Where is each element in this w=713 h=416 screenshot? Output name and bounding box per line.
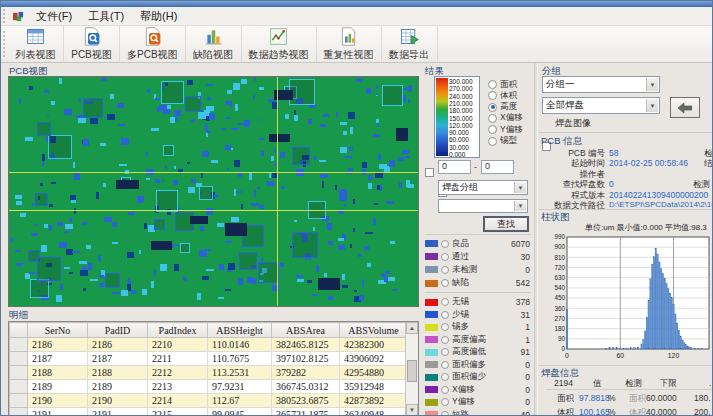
pad-metric-lower: 40.0000 — [646, 407, 677, 416]
pcb-component — [244, 120, 250, 127]
detail-table-scrollbar[interactable]: ▲ ▼ — [405, 322, 418, 416]
table-cell: 380523.6875 — [272, 394, 340, 408]
histogram-title: 柱状图 — [541, 211, 570, 224]
scale-tick-label: 30.000 — [449, 144, 479, 151]
table-column-header[interactable]: ABSArea — [272, 323, 340, 338]
panel-splitter[interactable] — [534, 63, 538, 416]
legend-row[interactable]: X偏移0 — [425, 384, 530, 395]
pcb-board-canvas[interactable] — [8, 76, 419, 307]
legend-row[interactable]: 通过30 — [425, 251, 530, 262]
legend-radio-icon — [441, 323, 449, 331]
metric-radio[interactable]: 高度 — [488, 102, 534, 113]
toolbar-button[interactable]: 数据导出 — [382, 26, 438, 62]
legend-row[interactable]: 良品6070 — [425, 238, 530, 249]
pcb-component — [368, 175, 372, 180]
toolbar-button[interactable]: 重复性视图 — [317, 26, 382, 62]
toolbar-button[interactable]: 列表视图 — [8, 26, 64, 62]
pcb-info-label: 数据文件路径 — [541, 200, 605, 212]
histogram-bar — [689, 347, 691, 349]
metric-radio[interactable]: 面积 — [488, 79, 534, 90]
find-button[interactable]: 查找 — [483, 216, 529, 232]
table-column-header[interactable]: SerNo — [28, 323, 88, 338]
pcb-component — [228, 263, 235, 270]
table-row[interactable]: 21892189221397.9231366745.031235912948 — [10, 380, 408, 394]
pcb-component — [367, 263, 371, 267]
radio-icon — [488, 80, 497, 89]
metric-radio[interactable]: 体积 — [488, 90, 534, 101]
pcb-component — [161, 81, 184, 104]
svg-text:360: 360 — [554, 305, 565, 312]
table-row[interactable]: 219021902214112.67380523.687542873892 — [10, 394, 408, 408]
pcb-component — [88, 263, 92, 270]
menu-item[interactable]: 文件(F) — [28, 7, 80, 26]
table-column-header[interactable]: PadIndex — [148, 323, 208, 338]
metric-radio[interactable]: 锡型 — [488, 136, 534, 147]
table-row[interactable]: 218721872211110.7675397102.812543906092 — [10, 352, 408, 366]
pcb-component — [373, 134, 380, 137]
menu-item[interactable]: 工具(T) — [80, 7, 132, 26]
legend-label: 高度偏低 — [452, 346, 486, 358]
secondary-filter-select[interactable]: ▼ — [438, 199, 528, 213]
toolbar-button[interactable]: 数据趋势视图 — [242, 26, 317, 62]
range-from-input[interactable]: 0 — [438, 160, 471, 174]
table-column-header[interactable]: ABSHeight — [208, 323, 272, 338]
legend-row[interactable]: 无锡378 — [425, 297, 530, 308]
pcb-component — [202, 151, 209, 157]
row-header-cell — [10, 338, 28, 352]
scale-tick-label: 90.000 — [449, 129, 479, 136]
legend-row[interactable]: 面积偏少0 — [425, 372, 530, 383]
pcb-component — [285, 114, 289, 119]
histogram-bar — [691, 348, 693, 349]
pcb-component — [254, 77, 256, 81]
legend-row[interactable]: 高度偏高1 — [425, 334, 530, 345]
pcb-component — [80, 270, 88, 276]
range-filter-checkbox[interactable] — [425, 168, 434, 177]
pcb-component — [73, 162, 75, 168]
radio-icon — [488, 91, 497, 100]
legend-row[interactable]: Y偏移0 — [425, 397, 530, 408]
toolbar-button[interactable]: PCB视图 — [64, 26, 120, 62]
range-to-input[interactable]: 0 — [481, 160, 514, 174]
table-cell: 382465.8125 — [272, 338, 340, 352]
pcb-component — [200, 226, 204, 231]
prev-pad-button[interactable] — [670, 97, 700, 118]
pcb-component — [173, 180, 178, 185]
legend-row[interactable]: 少锡31 — [425, 309, 530, 320]
pcb-component — [175, 117, 178, 121]
menu-item[interactable]: 帮助(H) — [132, 7, 185, 26]
table-column-header[interactable]: PadID — [88, 323, 148, 338]
pad-metric-lower: 60.0000 — [646, 393, 677, 403]
svg-text:540: 540 — [554, 284, 565, 291]
toolbar-button[interactable]: 多PCB视图 — [120, 26, 186, 62]
metric-radio[interactable]: X偏移 — [488, 113, 534, 124]
pcb-component — [373, 218, 376, 225]
table-row[interactable]: 218821882212113.253137928242954880 — [10, 366, 408, 380]
scroll-down-icon[interactable]: ▼ — [406, 404, 418, 416]
group-filter-select[interactable]: 焊盘分组 ▼ — [438, 180, 528, 195]
pcb-component — [119, 164, 127, 166]
data-trend-view-icon — [268, 26, 289, 47]
table-cell: 2187 — [28, 352, 88, 366]
range-dash: - — [474, 162, 477, 172]
legend-row[interactable]: 缺陷542 — [425, 278, 530, 289]
metric-radio-label: 锡型 — [500, 135, 517, 147]
table-row[interactable]: 218621862210110.0146382465.812542382300 — [10, 338, 408, 352]
table-row[interactable]: 21912191221599.0945365721.187536240948 — [10, 408, 408, 416]
legend-row[interactable]: 锡多1 — [425, 322, 530, 333]
pcb-component — [271, 156, 274, 161]
legend-row[interactable]: 高度偏低91 — [425, 347, 530, 358]
pcb-component — [377, 185, 380, 190]
table-column-header[interactable]: ABSVolume — [340, 323, 408, 338]
legend-row[interactable]: 短路40 — [425, 409, 530, 416]
pcb-component — [269, 173, 271, 178]
scroll-up-icon[interactable]: ▲ — [406, 322, 418, 334]
toolbar-button-label: 多PCB视图 — [127, 48, 178, 62]
legend-row[interactable]: 面积偏多0 — [425, 359, 530, 370]
legend-label: 无锡 — [452, 296, 469, 308]
pad-select[interactable]: 全部焊盘 ▼ — [542, 97, 660, 114]
metric-radio[interactable]: Y偏移 — [488, 124, 534, 135]
scrollbar-thumb[interactable] — [407, 360, 417, 382]
toolbar-button[interactable]: 缺陷视图 — [186, 26, 242, 62]
group-select[interactable]: 分组一 ▼ — [542, 76, 660, 93]
legend-row[interactable]: 未检测0 — [425, 264, 530, 275]
